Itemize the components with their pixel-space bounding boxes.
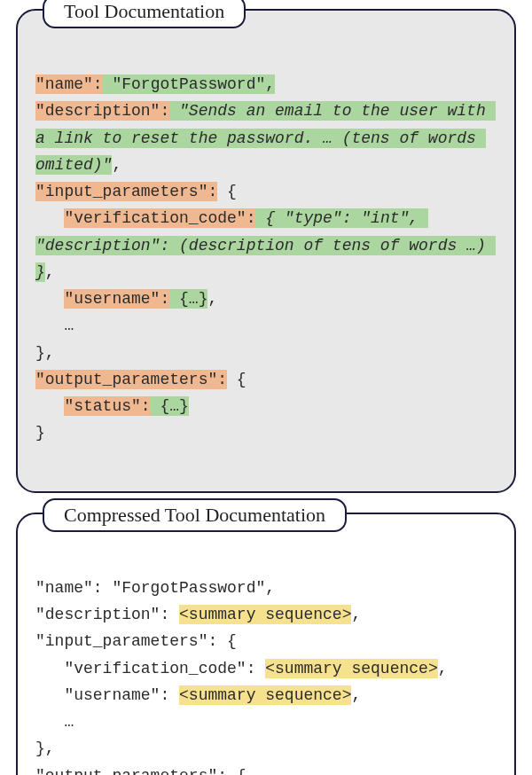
c-desc-after: , (351, 606, 361, 623)
tool-documentation-panel: Tool Documentation "name": "ForgotPasswo… (16, 9, 516, 493)
summary-seq-desc: <summary sequence> (179, 605, 351, 624)
c-username-key: "username": (35, 686, 179, 704)
key-input-params: "input_parameters": (35, 182, 217, 201)
panel-title-top: Tool Documentation (43, 0, 246, 28)
code-block-bottom: "name": "ForgotPassword", "description":… (35, 548, 497, 775)
plain-close1: }, (35, 344, 55, 362)
code-block-top: "name": "ForgotPassword", "description":… (35, 44, 497, 474)
c-verif-after: , (438, 660, 448, 677)
c-output-params: "output_parameters": { (35, 767, 246, 775)
c-username-after: , (351, 686, 361, 704)
val-name: "ForgotPassword", (103, 74, 275, 94)
c-desc-key: "description": (35, 606, 179, 623)
plain-close2: } (35, 424, 45, 442)
plain-brace2: { (227, 371, 246, 388)
summary-seq-verif: <summary sequence> (265, 659, 437, 678)
val-username: {…} (169, 289, 207, 309)
key-status: "status": (64, 396, 150, 416)
compressed-tool-documentation-panel: Compressed Tool Documentation "name": "F… (16, 513, 516, 775)
key-name: "name": (35, 74, 103, 94)
val-status: {…} (151, 396, 189, 416)
c-verif-key: "verification_code": (35, 660, 265, 677)
summary-seq-username: <summary sequence> (179, 685, 351, 705)
c-ellipsis: … (35, 713, 74, 731)
c-close1: }, (35, 740, 55, 757)
key-username: "username": (64, 289, 169, 309)
c-input-params: "input_parameters": { (35, 632, 237, 650)
plain-brace: { (217, 183, 237, 200)
key-description: "description": (35, 101, 169, 121)
key-verification-code: "verification_code": (64, 208, 255, 228)
key-output-params: "output_parameters": (35, 370, 227, 389)
plain-ellipsis: … (35, 317, 74, 334)
panel-title-bottom: Compressed Tool Documentation (43, 498, 347, 532)
c-name-line: "name": "ForgotPassword", (35, 579, 275, 597)
